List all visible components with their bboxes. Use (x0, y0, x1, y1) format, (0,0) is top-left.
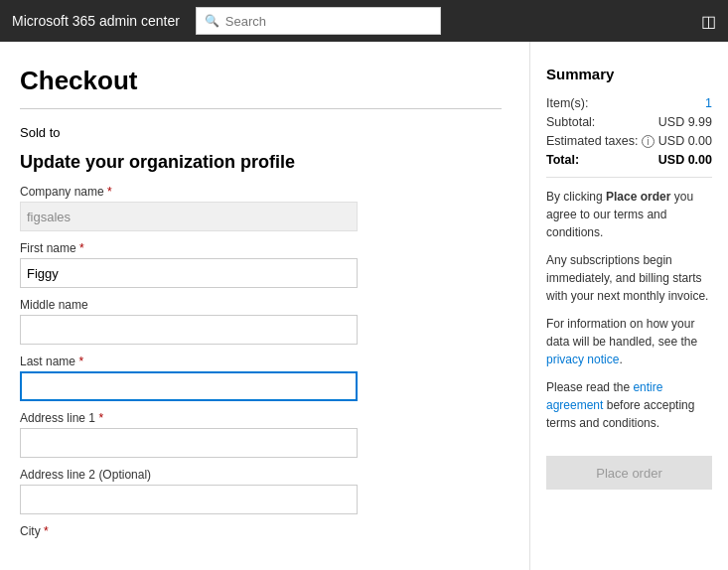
items-value: 1 (705, 96, 712, 110)
last-name-group: Last name * (20, 355, 502, 401)
tax-row: Estimated taxes: i USD 0.00 (546, 134, 712, 148)
entire-agreement-link[interactable]: entire agreement (546, 380, 662, 412)
summary-title: Summary (546, 66, 712, 82)
note4: Please read the entire agreement before … (546, 378, 712, 432)
first-name-label: First name * (20, 241, 502, 255)
address2-label: Address line 2 (Optional) (20, 468, 502, 482)
page-title: Checkout (20, 66, 502, 96)
note2: Any subscriptions begin immediately, and… (546, 251, 712, 305)
left-content: Checkout Sold to Update your organizatio… (0, 42, 529, 570)
city-group: City * (20, 524, 502, 538)
main-container: Checkout Sold to Update your organizatio… (0, 42, 728, 570)
note3: For information on how your data will be… (546, 315, 712, 368)
subtotal-row: Subtotal: USD 9.99 (546, 115, 712, 129)
city-label: City * (20, 524, 502, 538)
address2-input[interactable] (20, 485, 358, 514)
app-title: Microsoft 365 admin center (12, 13, 180, 29)
address2-group: Address line 2 (Optional) (20, 468, 502, 514)
place-order-button[interactable]: Place order (546, 456, 712, 490)
last-name-label: Last name * (20, 355, 502, 368)
middle-name-group: Middle name (20, 298, 502, 345)
total-value: USD 0.00 (658, 153, 712, 167)
tax-info-icon[interactable]: i (642, 135, 655, 148)
items-row: Item(s): 1 (546, 96, 712, 110)
middle-name-input[interactable] (20, 315, 358, 345)
note1: By clicking Place order you agree to our… (546, 188, 712, 241)
last-name-input[interactable] (20, 371, 358, 401)
company-name-label: Company name * (20, 185, 502, 199)
search-icon: 🔍 (205, 14, 219, 28)
subtotal-label: Subtotal: (546, 115, 595, 129)
grid-icon[interactable]: ◫ (701, 12, 716, 31)
search-input[interactable] (225, 14, 433, 29)
divider (20, 108, 502, 109)
search-box[interactable]: 🔍 (196, 7, 442, 35)
first-name-input[interactable] (20, 258, 358, 288)
company-name-input (20, 202, 358, 231)
privacy-notice-link[interactable]: privacy notice (546, 353, 619, 366)
tax-value: USD 0.00 (658, 134, 712, 148)
address1-label: Address line 1 * (20, 411, 502, 425)
first-name-group: First name * (20, 241, 502, 288)
sold-to-label: Sold to (20, 125, 502, 140)
section-title: Update your organization profile (20, 152, 502, 173)
middle-name-label: Middle name (20, 298, 502, 312)
address1-input[interactable] (20, 428, 358, 458)
items-label: Item(s): (546, 96, 588, 110)
company-name-group: Company name * (20, 185, 502, 231)
address1-group: Address line 1 * (20, 411, 502, 458)
total-label: Total: (546, 153, 579, 167)
tax-label: Estimated taxes: i (546, 134, 655, 148)
total-row: Total: USD 0.00 (546, 153, 712, 167)
app-header: Microsoft 365 admin center 🔍 ◫ (0, 0, 728, 42)
subtotal-value: USD 9.99 (658, 115, 712, 129)
summary-divider (546, 177, 712, 178)
summary-panel: Summary Item(s): 1 Subtotal: USD 9.99 Es… (529, 42, 728, 570)
